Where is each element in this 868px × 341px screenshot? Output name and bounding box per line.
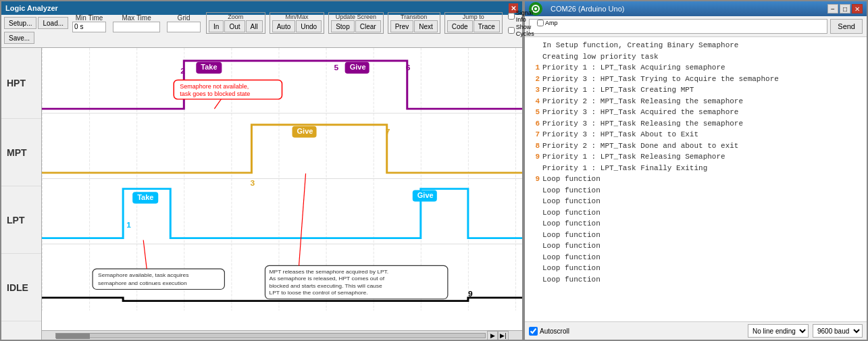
com26-window: COM26 (Arduino Uno) − □ ✕ Send In Setup … — [524, 0, 868, 341]
svg-point-39 — [534, 7, 537, 10]
amp-check[interactable]: Amp — [537, 20, 558, 26]
output-line: 9Priority 1 : LPT_Task Releasing Semapho… — [529, 151, 863, 163]
save-button[interactable]: Save... — [4, 32, 34, 44]
scroll-end-btn[interactable]: ▶| — [498, 331, 509, 340]
com26-win-controls: − □ ✕ — [827, 4, 863, 14]
com26-minimize-btn[interactable]: − — [827, 4, 838, 14]
output-line: 7Priority 3 : HPT_Task About to Exit — [529, 129, 863, 140]
signal-info-label: Signal Info — [516, 9, 534, 23]
max-time-label: Max Time — [120, 14, 153, 22]
output-line: 4Priority 2 : MPT_Task Releasing the sem… — [529, 96, 863, 107]
la-main: HPT MPT LPT IDLE — [1, 48, 522, 340]
svg-text:Semaphore not available,: Semaphore not available, — [180, 83, 249, 90]
line-text: Priority 3 : HPT_Task Trying to Acquire … — [542, 74, 779, 85]
output-line: 8Priority 2 : MPT_Task Done and about to… — [529, 140, 863, 152]
line-number — [529, 274, 540, 286]
line-number — [529, 207, 540, 219]
output-line: Loop function — [529, 196, 863, 207]
la-chart-area[interactable]: 1 2 3 4 5 6 7 8 9 Take — [42, 48, 522, 340]
line-number — [529, 196, 540, 207]
svg-text:7: 7 — [386, 127, 390, 136]
line-number — [529, 185, 540, 196]
line-text: Priority 1 : LPT_Task Releasing Semaphor… — [542, 151, 725, 163]
line-number: 1 — [529, 62, 540, 74]
output-line: 3Priority 1 : LPT_Task Creating MPT — [529, 84, 863, 96]
output-line: Loop function — [529, 252, 863, 263]
com26-send-button[interactable]: Send — [830, 19, 863, 34]
idle-label: IDLE — [1, 254, 41, 321]
line-text: Priority 1 : LPT_Task Acquiring semaphor… — [542, 62, 725, 74]
line-number: 9 — [529, 151, 540, 163]
com26-statusbar: Autoscroll No line ending 9600 baud — [525, 322, 867, 340]
com26-titlebar: COM26 (Arduino Uno) − □ ✕ — [525, 1, 867, 16]
line-text: Loop function — [542, 263, 601, 274]
jump-to-label: Jump to — [463, 14, 484, 20]
output-line: Loop function — [529, 218, 863, 230]
svg-text:semaphore and  cotinues execut: semaphore and cotinues execution — [98, 280, 187, 286]
line-text: Priority 2 : MPT_Task Releasing the sema… — [542, 96, 743, 107]
line-number: 8 — [529, 140, 540, 152]
minmax-label: Min/Max — [285, 14, 308, 20]
output-line: Creating low priority task — [529, 51, 863, 63]
output-line: Loop function — [529, 263, 863, 274]
com26-text-input[interactable] — [529, 19, 827, 34]
output-line: 1Priority 1 : LPT_Task Acquiring semapho… — [529, 62, 863, 74]
output-line: Loop function — [529, 207, 863, 219]
line-number: 4 — [529, 96, 540, 107]
la-chart-svg: 1 2 3 4 5 6 7 8 9 Take — [42, 48, 522, 311]
line-text: Loop function — [542, 174, 601, 185]
line-number: 2 — [529, 74, 540, 85]
scroll-right-btn[interactable]: ▶ — [487, 331, 498, 340]
la-signal-labels: HPT MPT LPT IDLE — [1, 48, 42, 340]
line-ending-select[interactable]: No line ending — [748, 324, 809, 338]
svg-text:9: 9 — [468, 289, 473, 298]
svg-text:2: 2 — [180, 66, 185, 75]
svg-text:task goes to blocked state: task goes to blocked state — [180, 90, 250, 97]
line-number: 3 — [529, 84, 540, 96]
line-number: 9 — [529, 174, 540, 185]
svg-text:As semaphore is released, HPT : As semaphore is released, HPT comes out … — [269, 276, 384, 282]
line-text: Loop function — [542, 240, 601, 252]
line-text: Loop function — [542, 207, 601, 219]
output-line: Loop function — [529, 185, 863, 196]
svg-text:5: 5 — [334, 63, 339, 72]
hpt-label: HPT — [1, 48, 41, 119]
com26-close-btn[interactable]: ✕ — [852, 4, 863, 14]
svg-text:6: 6 — [406, 63, 411, 72]
com26-title: COM26 (Arduino Uno) — [551, 5, 624, 13]
autoscroll-checkbox[interactable]: Autoscroll — [529, 327, 569, 336]
svg-text:Give: Give — [417, 191, 434, 199]
la-title: Logic Analyzer — [5, 4, 58, 12]
transition-label: Transition — [401, 14, 427, 20]
line-number — [529, 240, 540, 252]
svg-text:Give: Give — [297, 127, 313, 135]
line-number: 6 — [529, 118, 540, 130]
output-line: 5Priority 3 : HPT_Task Acquired the sema… — [529, 107, 863, 118]
line-text: Loop function — [542, 218, 601, 230]
line-text: Loop function — [542, 230, 601, 241]
logic-analyzer-window: Logic Analyzer ✕ Setup... Load... Min Ti… — [0, 0, 524, 341]
load-button[interactable]: Load... — [38, 17, 68, 29]
output-line: Priority 1 : LPT_Task Finally Exiting — [529, 163, 863, 174]
line-number — [529, 230, 540, 241]
signal-info-check[interactable]: Signal Info — [508, 9, 534, 23]
baud-rate-select[interactable]: 9600 baud — [813, 324, 863, 338]
output-line: Loop function — [529, 274, 863, 286]
svg-text:Take: Take — [137, 193, 153, 201]
grid-label: Grid — [176, 14, 193, 22]
svg-text:1: 1 — [126, 220, 131, 229]
amp-label: Amp — [545, 20, 558, 26]
la-scrollbar[interactable]: ▶ ▶| — [42, 330, 522, 340]
line-text: Loop function — [542, 185, 601, 196]
output-line: 9Loop function — [529, 174, 863, 185]
setup-button[interactable]: Setup... — [4, 17, 36, 29]
output-line: 6Priority 3 : HPT_Task Releasing the sem… — [529, 118, 863, 130]
update-screen-label: Update Screen — [336, 14, 376, 20]
svg-text:Give: Give — [350, 63, 366, 72]
svg-text:Semaphore available, task acqu: Semaphore available, task acquires — [98, 272, 188, 278]
line-number — [529, 263, 540, 274]
com26-maximize-btn[interactable]: □ — [840, 4, 850, 14]
line-number — [529, 51, 540, 63]
svg-text:blocked and starts executing. : blocked and starts executing. This will … — [269, 283, 382, 289]
lpt-label: LPT — [1, 186, 41, 254]
